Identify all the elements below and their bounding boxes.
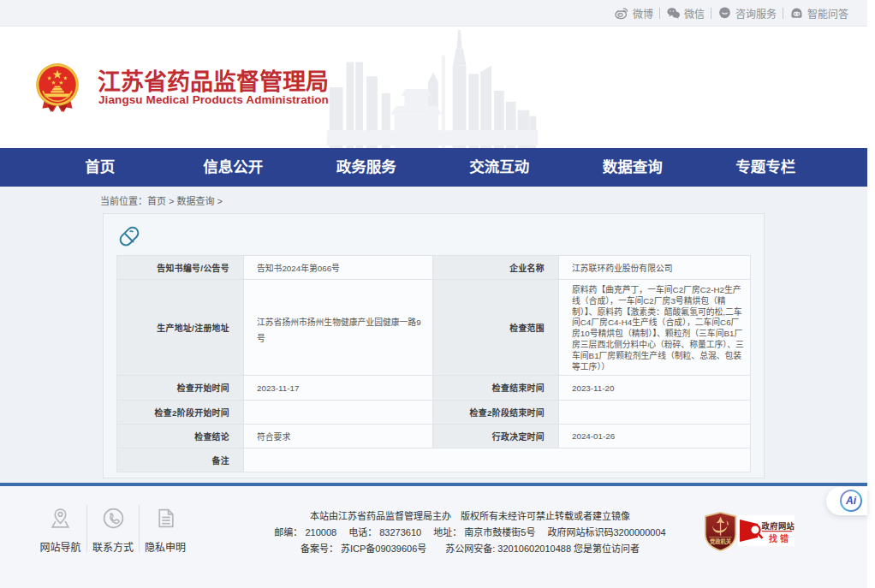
svg-text:政府网站: 政府网站 — [762, 521, 795, 531]
svg-text:找错: 找错 — [769, 533, 791, 543]
svg-text:党政机关: 党政机关 — [709, 538, 732, 545]
